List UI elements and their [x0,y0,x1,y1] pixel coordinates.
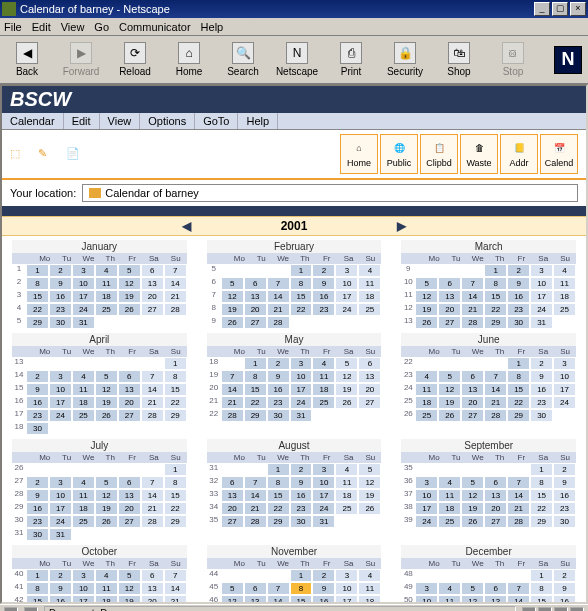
day-cell[interactable]: 10 [415,595,438,604]
day-cell[interactable]: 3 [49,476,72,489]
day-cell[interactable]: 6 [244,582,267,595]
day-cell[interactable]: 4 [95,264,118,277]
nav-clipbd-button[interactable]: 📋Clipbd [420,134,458,174]
day-cell[interactable]: 1 [290,264,313,277]
location-box[interactable]: Calendar of barney [82,184,578,202]
day-cell[interactable]: 4 [438,476,461,489]
day-cell[interactable]: 31 [312,515,335,528]
day-cell[interactable]: 23 [26,409,49,422]
day-cell[interactable]: 5 [415,277,438,290]
day-cell[interactable]: 10 [530,277,553,290]
day-cell[interactable]: 3 [72,569,95,582]
menu-communicator[interactable]: Communicator [119,21,191,33]
day-cell[interactable]: 11 [335,476,358,489]
day-cell[interactable]: 1 [244,357,267,370]
day-cell[interactable]: 9 [312,582,335,595]
day-cell[interactable]: 29 [484,316,507,329]
day-cell[interactable]: 11 [72,383,95,396]
day-cell[interactable]: 4 [95,569,118,582]
day-cell[interactable]: 3 [290,357,313,370]
day-cell[interactable]: 15 [484,290,507,303]
day-cell[interactable]: 9 [312,277,335,290]
day-cell[interactable]: 9 [26,489,49,502]
day-cell[interactable]: 3 [335,569,358,582]
day-cell[interactable]: 21 [221,396,244,409]
day-cell[interactable]: 30 [26,422,49,435]
day-cell[interactable]: 2 [49,569,72,582]
day-cell[interactable]: 1 [507,357,530,370]
security-button[interactable]: 🔒Security [384,42,426,77]
day-cell[interactable]: 13 [358,370,381,383]
day-cell[interactable]: 17 [415,502,438,515]
day-cell[interactable]: 25 [72,409,95,422]
day-cell[interactable]: 18 [312,383,335,396]
day-cell[interactable]: 6 [118,476,141,489]
day-cell[interactable]: 5 [358,463,381,476]
day-cell[interactable]: 10 [335,582,358,595]
bscw-menu-options[interactable]: Options [140,113,195,129]
day-cell[interactable]: 25 [438,515,461,528]
day-cell[interactable]: 30 [553,515,576,528]
day-cell[interactable]: 29 [507,409,530,422]
day-cell[interactable]: 24 [72,303,95,316]
menu-help[interactable]: Help [201,21,224,33]
day-cell[interactable]: 18 [358,595,381,604]
day-cell[interactable]: 30 [267,409,290,422]
day-cell[interactable]: 3 [553,357,576,370]
day-cell[interactable]: 7 [221,370,244,383]
day-cell[interactable]: 14 [244,489,267,502]
day-cell[interactable]: 17 [335,595,358,604]
day-cell[interactable]: 19 [415,303,438,316]
day-cell[interactable]: 10 [72,582,95,595]
catch-up-icon[interactable]: ⬚ [10,147,24,161]
day-cell[interactable]: 31 [72,316,95,329]
day-cell[interactable]: 23 [312,303,335,316]
day-cell[interactable]: 8 [530,582,553,595]
day-cell[interactable]: 26 [221,316,244,329]
menu-go[interactable]: Go [94,21,109,33]
day-cell[interactable]: 11 [438,489,461,502]
day-cell[interactable]: 17 [72,595,95,604]
day-cell[interactable]: 27 [484,515,507,528]
nav-waste-button[interactable]: 🗑Waste [460,134,498,174]
day-cell[interactable]: 26 [415,316,438,329]
day-cell[interactable]: 23 [530,396,553,409]
day-cell[interactable]: 9 [290,476,313,489]
day-cell[interactable]: 16 [553,489,576,502]
home-button[interactable]: ⌂Home [168,42,210,77]
day-cell[interactable]: 24 [312,502,335,515]
day-cell[interactable]: 24 [415,515,438,528]
day-cell[interactable]: 12 [461,595,484,604]
day-cell[interactable]: 9 [49,582,72,595]
day-cell[interactable]: 5 [118,569,141,582]
day-cell[interactable]: 1 [164,357,187,370]
day-cell[interactable]: 8 [26,582,49,595]
day-cell[interactable]: 28 [267,316,290,329]
day-cell[interactable]: 20 [461,396,484,409]
day-cell[interactable]: 15 [530,489,553,502]
day-cell[interactable]: 2 [553,463,576,476]
day-cell[interactable]: 20 [141,290,164,303]
day-cell[interactable]: 23 [267,396,290,409]
print-button[interactable]: ⎙Print [330,42,372,77]
day-cell[interactable]: 23 [290,502,313,515]
day-cell[interactable]: 23 [26,515,49,528]
day-cell[interactable]: 28 [507,515,530,528]
day-cell[interactable]: 16 [26,396,49,409]
day-cell[interactable]: 19 [95,502,118,515]
bscw-menu-goto[interactable]: GoTo [195,113,238,129]
day-cell[interactable]: 9 [553,476,576,489]
day-cell[interactable]: 22 [267,502,290,515]
day-cell[interactable]: 3 [530,264,553,277]
day-cell[interactable]: 19 [461,502,484,515]
day-cell[interactable]: 31 [530,316,553,329]
day-cell[interactable]: 21 [141,396,164,409]
day-cell[interactable]: 4 [358,569,381,582]
day-cell[interactable]: 14 [507,489,530,502]
day-cell[interactable]: 25 [335,502,358,515]
reload-button[interactable]: ⟳Reload [114,42,156,77]
day-cell[interactable]: 19 [221,303,244,316]
day-cell[interactable]: 18 [335,489,358,502]
day-cell[interactable]: 10 [72,277,95,290]
day-cell[interactable]: 22 [244,396,267,409]
